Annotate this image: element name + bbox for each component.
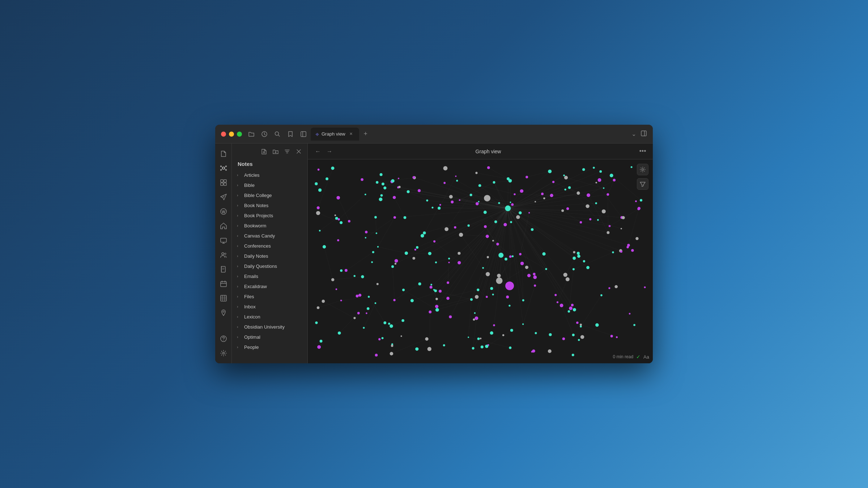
forward-button[interactable]: →	[325, 147, 334, 156]
tabs-area: ⎆ Graph view ✕ +	[311, 128, 628, 141]
sidebar-item-label: Book Projects	[244, 213, 302, 218]
right-sidebar-toggle-icon[interactable]	[641, 130, 647, 138]
graph-canvas[interactable]: 0 min read ✓ Aa	[308, 159, 653, 363]
chevron-right-icon: ›	[237, 173, 242, 177]
titlebar-icons	[248, 130, 307, 138]
read-time-label: 0 min read	[613, 354, 633, 359]
minimize-button[interactable]	[229, 132, 234, 137]
search-icon[interactable]	[274, 130, 281, 138]
new-tab-button[interactable]: +	[361, 129, 371, 139]
book-activity-icon[interactable]	[217, 263, 230, 276]
chevron-right-icon: ›	[237, 304, 242, 309]
sidebar-item[interactable]: › Optimal	[235, 332, 305, 342]
graph-settings-button[interactable]	[637, 164, 648, 175]
chevron-right-icon: ›	[237, 254, 242, 258]
sidebar-item[interactable]: › Book Projects	[235, 210, 305, 221]
bookmark-icon[interactable]	[287, 130, 294, 138]
sidebar-item[interactable]: › Files	[235, 291, 305, 301]
sidebar-item[interactable]: › Obsidian University	[235, 322, 305, 332]
sidebar-item[interactable]: › Articles	[235, 170, 305, 180]
svg-rect-2	[301, 132, 306, 137]
sidebar-item[interactable]: › Emails	[235, 271, 305, 281]
home-activity-icon[interactable]	[217, 219, 230, 232]
chevron-right-icon: ›	[237, 203, 242, 207]
traffic-lights	[221, 132, 242, 137]
clock-icon[interactable]	[261, 130, 268, 138]
send-activity-icon[interactable]	[217, 191, 230, 204]
chevron-right-icon: ›	[237, 294, 242, 299]
help-activity-icon[interactable]	[217, 332, 230, 345]
calendar-activity-icon[interactable]	[217, 277, 230, 290]
panel-header: ← → Graph view •••	[308, 144, 653, 159]
chevron-down-icon[interactable]: ⌄	[631, 130, 636, 137]
graph-visualization[interactable]	[308, 159, 653, 363]
settings-activity-icon[interactable]	[217, 347, 230, 360]
files-activity-icon[interactable]	[217, 147, 230, 160]
chevron-right-icon: ›	[237, 314, 242, 319]
graph-filter-button[interactable]	[637, 178, 648, 190]
location-activity-icon[interactable]	[217, 306, 230, 319]
svg-rect-9	[221, 180, 223, 182]
sidebar-item[interactable]: › People	[235, 342, 305, 352]
chevron-right-icon: ›	[237, 274, 242, 278]
new-folder-button[interactable]	[271, 147, 280, 156]
main-panel: ← → Graph view •••	[308, 144, 653, 363]
tv-activity-icon[interactable]	[217, 234, 230, 247]
chevron-right-icon: ›	[237, 325, 242, 329]
svg-rect-11	[221, 183, 223, 185]
sidebar-item[interactable]: › Book Notes	[235, 200, 305, 210]
sidebar-item[interactable]: › Canvas Candy	[235, 231, 305, 241]
chevron-right-icon: ›	[237, 284, 242, 288]
font-size-button[interactable]: Aa	[643, 354, 649, 360]
tab-label: Graph view	[322, 131, 345, 137]
back-button[interactable]: ←	[314, 147, 322, 156]
graph-controls	[637, 164, 648, 190]
table-activity-icon[interactable]	[217, 292, 230, 305]
sidebar-item[interactable]: › Daily Questions	[235, 261, 305, 271]
sidebar-item[interactable]: › Bible	[235, 180, 305, 190]
sidebar-item-label: Conferences	[244, 243, 302, 249]
sidebar-item-label: Inbox	[244, 304, 302, 309]
svg-rect-3	[641, 131, 646, 136]
new-note-button[interactable]	[260, 147, 268, 156]
svg-point-22	[223, 340, 224, 341]
sidebar-item-label: Daily Questions	[244, 264, 302, 269]
chevron-right-icon: ›	[237, 213, 242, 218]
titlebar: ⎆ Graph view ✕ + ⌄	[215, 125, 653, 144]
maximize-button[interactable]	[237, 132, 242, 137]
graph-view-tab[interactable]: ⎆ Graph view ✕	[311, 128, 359, 141]
sidebar-item[interactable]: › Bible College	[235, 190, 305, 200]
sidebar-item-label: Excalidraw	[244, 284, 302, 289]
sidebar-item[interactable]: › Excalidraw	[235, 281, 305, 291]
sidebar-item[interactable]: › Conferences	[235, 241, 305, 251]
sidebar-toggle-icon[interactable]	[300, 130, 307, 138]
sort-button[interactable]	[283, 147, 292, 156]
svg-rect-12	[224, 183, 226, 185]
wordpress-activity-icon[interactable]: W	[217, 205, 230, 218]
chevron-right-icon: ›	[237, 345, 242, 349]
sidebar-item[interactable]: › Lexicon	[235, 312, 305, 322]
sidebar-item-label: Obsidian University	[244, 324, 302, 330]
svg-rect-19	[221, 295, 226, 301]
sidebar-item[interactable]: › Inbox	[235, 301, 305, 312]
sidebar-item[interactable]: › Daily Notes	[235, 251, 305, 261]
sidebar-item-label: Articles	[244, 172, 302, 178]
people-activity-icon[interactable]	[217, 248, 230, 261]
close-button[interactable]	[221, 132, 226, 137]
svg-rect-18	[221, 282, 226, 287]
graph-activity-icon[interactable]	[217, 162, 230, 175]
sidebar-item-label: Daily Notes	[244, 253, 302, 259]
svg-point-20	[223, 311, 224, 312]
svg-text:W: W	[222, 210, 225, 214]
folder-icon[interactable]	[248, 130, 255, 138]
svg-point-23	[222, 352, 224, 354]
sidebar-item-label: Book Notes	[244, 203, 302, 208]
tab-close-button[interactable]: ✕	[348, 131, 354, 137]
sidebar-title: Notes	[232, 159, 307, 170]
svg-point-5	[220, 166, 221, 167]
sidebar-item-label: People	[244, 344, 302, 350]
sidebar-item[interactable]: › Bookworm	[235, 221, 305, 231]
layout-activity-icon[interactable]	[217, 176, 230, 189]
more-options-button[interactable]: •••	[638, 147, 647, 156]
collapse-button[interactable]	[294, 147, 303, 156]
